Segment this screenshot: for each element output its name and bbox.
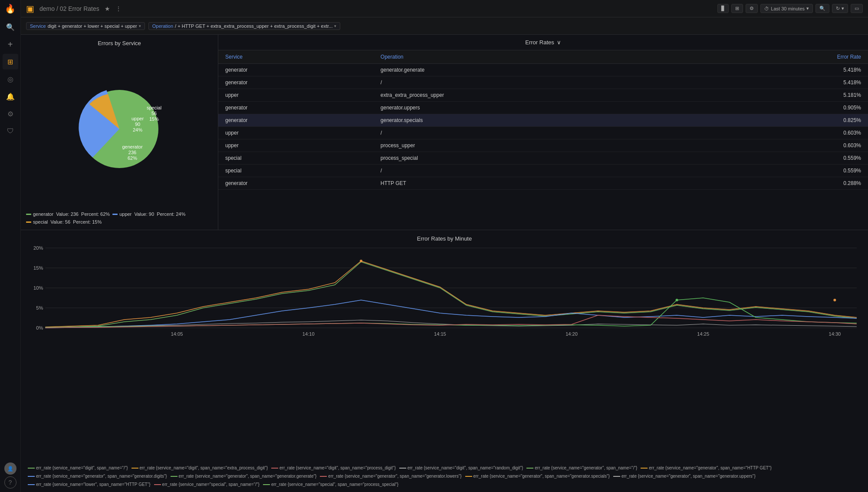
th-error-rate[interactable]: Error Rate (705, 50, 868, 64)
legend-line-label: err_rate {service_name="digit", span_nam… (140, 466, 268, 470)
breadcrumb-demo: demo / 02 Error Rates (39, 5, 99, 12)
cell-service: generator (218, 114, 374, 127)
page-title: demo / 02 Error Rates (39, 5, 99, 12)
line-legend-item: err_rate {service_name="special", span_n… (154, 482, 260, 487)
pie-chart-container: generator 236 62% upper 90 24% special 5… (26, 50, 213, 208)
cell-operation: / (374, 76, 705, 89)
refresh-icon: ↻ (836, 6, 840, 11)
pie-value-upper: 90 (135, 122, 140, 127)
topbar: ▣ demo / 02 Error Rates ★ ⋮ ▊ ⊞ ⚙ ⏱ Last… (21, 0, 868, 17)
table-row: generator generator.specials 0.825% (218, 114, 868, 127)
line-legend-item: err_rate {service_name="special", span_n… (263, 482, 398, 487)
legend-line-label: err_rate {service_name="digit", span_nam… (36, 466, 128, 470)
sidebar-item-settings[interactable]: ⚙ (3, 106, 18, 122)
header-row: Service Operation Error Rate (218, 50, 868, 64)
caret-icon: ▾ (806, 6, 809, 11)
pie-label-upper: upper (132, 116, 144, 121)
cell-rate: 5.418% (705, 76, 868, 89)
legend-line-label: err_rate {service_name="lower", span_nam… (36, 482, 151, 487)
grafana-logo[interactable]: 🔥 (5, 3, 16, 14)
sidebar-item-help[interactable]: ? (4, 476, 16, 489)
sidebar-item-add[interactable]: + (3, 36, 18, 52)
sidebar-item-alerts[interactable]: 🔔 (3, 89, 18, 104)
cell-rate: 0.559% (705, 165, 868, 177)
legend-line-color (171, 476, 178, 477)
th-service[interactable]: Service (218, 50, 374, 64)
dashboard-button[interactable]: ⊞ (731, 4, 743, 13)
gear-icon: ⚙ (750, 6, 754, 11)
x-label-1420: 14:20 (566, 331, 578, 337)
cell-operation: generator.uppers (374, 102, 705, 114)
th-operation[interactable]: Operation (374, 50, 705, 64)
dot-peak-green (676, 299, 678, 301)
error-rates-caret[interactable]: ∨ (557, 39, 561, 46)
y-label-10: 10% (33, 285, 43, 291)
visualization-button[interactable]: ▊ (717, 4, 729, 13)
table-row: special process_special 0.559% (218, 152, 868, 165)
legend-line-color (28, 484, 35, 485)
legend-line-color (613, 476, 620, 477)
line-chart-area: 20% 15% 10% 5% 0% 14:05 14:10 14:15 14:2… (28, 244, 861, 464)
legend-line-color (271, 468, 278, 469)
sidebar-item-security[interactable]: 🛡 (3, 123, 18, 139)
legend-special: special Value: 56 Percent: 15% (26, 219, 102, 225)
x-label-1405: 14:05 (171, 331, 183, 337)
operation-filter[interactable]: Operation / + HTTP GET + extra_extra_pro… (148, 22, 341, 30)
share-icon[interactable]: ⋮ (115, 5, 122, 12)
cell-rate: 0.905% (705, 102, 868, 114)
cell-rate: 0.603% (705, 127, 868, 139)
time-range-label: Last 30 minutes (771, 6, 805, 11)
cell-service: upper (218, 127, 374, 139)
legend-upper: upper Value: 90 Percent: 24% (112, 211, 185, 217)
legend-line-label: err_rate {service_name="generator", span… (535, 466, 637, 470)
app-logo: ▣ (26, 3, 34, 14)
table-row: generator generator.uppers 0.905% (218, 102, 868, 114)
line-legend-item: err_rate {service_name="generator", span… (641, 466, 772, 470)
refresh-button[interactable]: ↻ ▾ (832, 4, 848, 13)
line-legend-item: err_rate {service_name="digit", span_nam… (399, 466, 523, 470)
error-rates-scroll[interactable]: Service Operation Error Rate generator g… (218, 50, 868, 230)
sidebar-item-dashboard[interactable]: ⊞ (3, 54, 18, 69)
table-header: Service Operation Error Rate (218, 50, 868, 64)
grid-icon: ⊞ (735, 6, 739, 11)
legend-line-label: err_rate {service_name="generator", span… (328, 474, 461, 479)
table-row: generator HTTP GET 0.288% (218, 177, 868, 190)
cell-service: generator (218, 177, 374, 190)
legend-line-label: err_rate {service_name="digit", span_nam… (279, 466, 396, 470)
cell-rate: 0.559% (705, 152, 868, 165)
cell-service: generator (218, 102, 374, 114)
cell-operation: HTTP GET (374, 177, 705, 190)
line-legend-item: err_rate {service_name="digit", span_nam… (271, 466, 396, 470)
legend-line-label: err_rate {service_name="special", span_n… (271, 482, 398, 487)
star-icon[interactable]: ★ (105, 5, 110, 12)
sidebar-item-search[interactable]: 🔍 (3, 19, 18, 35)
line-legend-item: err_rate {service_name="generator", span… (28, 474, 167, 479)
clock-icon: ⏱ (764, 6, 769, 11)
line-chart-panel: Error Rates by Minute 20% 15% 10% 5% 0% … (21, 230, 868, 492)
avatar[interactable]: 👤 (4, 462, 16, 475)
dot-peak-orange2 (833, 299, 836, 301)
cell-operation: generator.generate (374, 64, 705, 76)
legend-line-color (526, 468, 533, 469)
pie-percent-generator: 62% (128, 155, 137, 161)
settings-button[interactable]: ⚙ (746, 4, 758, 13)
cell-rate: 0.603% (705, 139, 868, 152)
cell-service: special (218, 165, 374, 177)
table-body: generator generator.generate 5.418% gene… (218, 64, 868, 190)
zoom-out-button[interactable]: 🔍 (815, 4, 829, 13)
dot-peak-orange (360, 260, 362, 262)
topbar-right: ▊ ⊞ ⚙ ⏱ Last 30 minutes ▾ 🔍 ↻ ▾ ▭ (717, 4, 863, 13)
zoom-icon: 🔍 (819, 6, 825, 11)
tv-mode-button[interactable]: ▭ (851, 4, 863, 13)
table-row: generator generator.generate 5.418% (218, 64, 868, 76)
service-filter[interactable]: Service digit + generator + lower + spec… (26, 22, 145, 30)
main-content: ▣ demo / 02 Error Rates ★ ⋮ ▊ ⊞ ⚙ ⏱ Last… (21, 0, 868, 492)
line-legend-item: err_rate {service_name="lower", span_nam… (28, 482, 151, 487)
pie-legend: generator Value: 236 Percent: 62% upper … (26, 211, 213, 225)
legend-line-color (263, 484, 270, 485)
time-range-button[interactable]: ⏱ Last 30 minutes ▾ (760, 4, 813, 13)
sidebar-item-explore[interactable]: ◎ (3, 71, 18, 87)
legend-special-dot (26, 221, 31, 223)
cell-service: generator (218, 76, 374, 89)
legend-generator-dot (26, 214, 31, 215)
